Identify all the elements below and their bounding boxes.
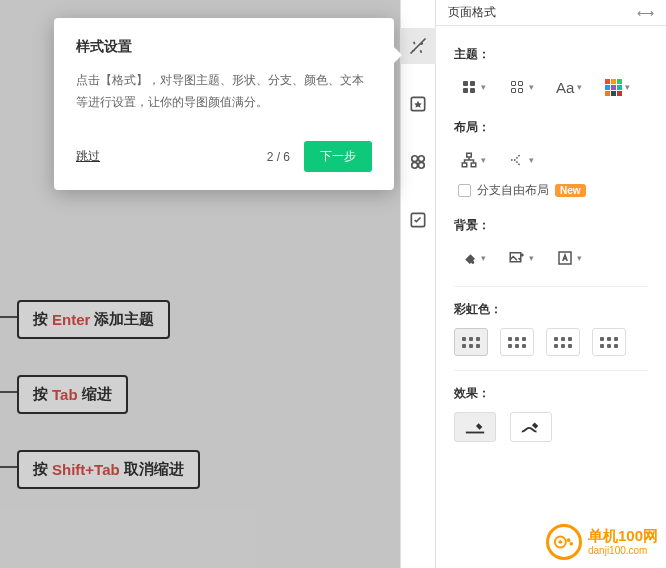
svg-rect-8 xyxy=(471,163,476,167)
panel-header: 页面格式 ⟷ xyxy=(436,0,666,26)
layout-structure-dropdown[interactable]: ▾ xyxy=(454,146,492,174)
theme-preset-dropdown[interactable]: ▾ xyxy=(454,73,492,101)
side-toolbar xyxy=(400,0,436,568)
paint-bucket-icon xyxy=(460,249,478,267)
clover-icon xyxy=(408,152,428,172)
bg-image-dropdown[interactable]: ▾ xyxy=(502,244,540,272)
effect-label: 效果： xyxy=(454,385,648,402)
chevron-down-icon: ▾ xyxy=(529,155,534,165)
magic-wand-icon xyxy=(408,36,428,56)
chevron-down-icon: ▾ xyxy=(481,155,486,165)
chevron-down-icon: ▾ xyxy=(625,82,630,92)
branch-icon xyxy=(508,151,526,169)
format-panel: 页面格式 ⟷ 主题： ▾ ▾ Aa ▾ ▾ 布局： xyxy=(436,0,666,568)
onboarding-tooltip: 样式设置 点击【格式】，对导图主题、形状、分支、颜色、文本等进行设置，让你的导图… xyxy=(54,18,394,190)
tree-icon xyxy=(460,151,478,169)
layout-label: 布局： xyxy=(454,119,648,136)
image-icon xyxy=(508,249,526,267)
font-dropdown[interactable]: Aa ▾ xyxy=(550,74,588,101)
svg-point-4 xyxy=(418,162,424,168)
layout-branch-dropdown[interactable]: ▾ xyxy=(502,146,540,174)
svg-rect-6 xyxy=(467,153,472,157)
text-frame-icon xyxy=(556,249,574,267)
chevron-down-icon: ▾ xyxy=(481,253,486,263)
watermark-logo xyxy=(546,524,582,560)
bg-fill-dropdown[interactable]: ▾ xyxy=(454,244,492,272)
panel-title: 页面格式 xyxy=(448,4,496,21)
rainbow-option-4[interactable] xyxy=(592,328,626,356)
svg-point-13 xyxy=(569,542,573,546)
free-layout-label: 分支自由布局 xyxy=(477,182,549,199)
effect-curved[interactable] xyxy=(510,412,552,442)
svg-point-12 xyxy=(567,538,571,542)
chevron-down-icon: ▾ xyxy=(577,82,582,92)
new-badge: New xyxy=(555,184,586,197)
next-button[interactable]: 下一步 xyxy=(304,141,372,172)
chevron-down-icon: ▾ xyxy=(481,82,486,92)
tooltip-body: 点击【格式】，对导图主题、形状、分支、颜色、文本等进行设置，让你的导图颜值满分。 xyxy=(76,70,372,113)
format-tool-button[interactable] xyxy=(400,28,436,64)
rainbow-option-3[interactable] xyxy=(546,328,580,356)
checklist-icon xyxy=(408,210,428,230)
tooltip-arrow xyxy=(393,46,402,64)
theme-label: 主题： xyxy=(454,46,648,63)
theme-shape-dropdown[interactable]: ▾ xyxy=(502,73,540,101)
background-label: 背景： xyxy=(454,217,648,234)
watermark-en: danji100.com xyxy=(588,545,658,556)
chevron-down-icon: ▾ xyxy=(529,253,534,263)
svg-rect-7 xyxy=(462,163,467,167)
pen-wave-icon xyxy=(520,419,542,435)
bg-text-dropdown[interactable]: ▾ xyxy=(550,244,588,272)
pen-line-icon xyxy=(464,419,486,435)
free-layout-checkbox[interactable] xyxy=(458,184,471,197)
svg-point-2 xyxy=(418,156,424,162)
skip-button[interactable]: 跳过 xyxy=(76,148,100,165)
svg-point-3 xyxy=(412,162,418,168)
rainbow-option-2[interactable] xyxy=(500,328,534,356)
star-tool-button[interactable] xyxy=(400,86,436,122)
svg-point-1 xyxy=(412,156,418,162)
rainbow-label: 彩虹色： xyxy=(454,301,648,318)
collapse-icon[interactable]: ⟷ xyxy=(637,6,654,20)
tooltip-title: 样式设置 xyxy=(76,38,372,56)
effect-straight[interactable] xyxy=(454,412,496,442)
rainbow-option-1[interactable] xyxy=(454,328,488,356)
clover-tool-button[interactable] xyxy=(400,144,436,180)
step-indicator: 2 / 6 xyxy=(267,150,290,164)
checklist-tool-button[interactable] xyxy=(400,202,436,238)
watermark: 单机100网 danji100.com xyxy=(546,524,658,560)
watermark-cn: 单机100网 xyxy=(588,528,658,545)
chevron-down-icon: ▾ xyxy=(577,253,582,263)
chevron-down-icon: ▾ xyxy=(529,82,534,92)
gamepad-plus-icon xyxy=(553,531,575,553)
color-palette-dropdown[interactable]: ▾ xyxy=(598,73,636,101)
star-icon xyxy=(408,94,428,114)
